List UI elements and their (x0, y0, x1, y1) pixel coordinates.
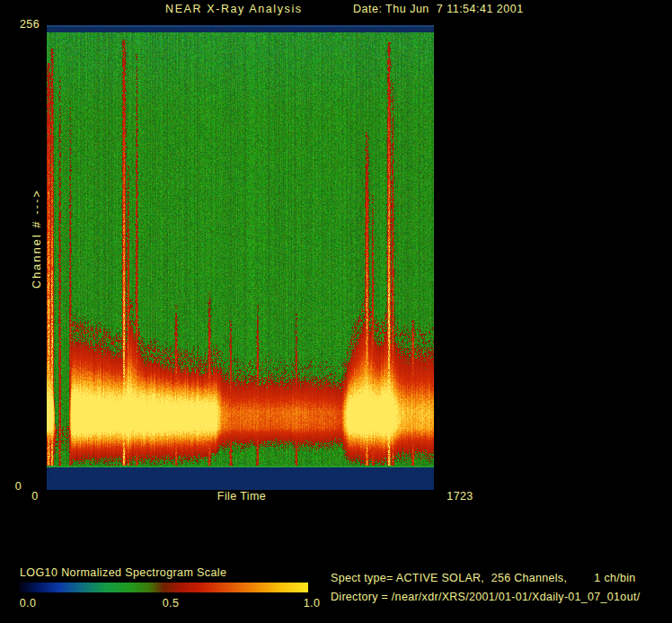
x-axis-title: File Time (215, 491, 269, 503)
y-axis-max-label: 256 (9, 19, 40, 31)
x-axis-min-label: 0 (24, 491, 46, 503)
spect-type-info: Spect type= ACTIVE SOLAR, 256 Channels, … (331, 573, 636, 584)
spectrogram-canvas (47, 25, 434, 490)
colorbar-tick-mid: 0.5 (155, 598, 187, 610)
date-label: Date: Thu Jun 7 11:54:41 2001 (353, 4, 524, 15)
colorbar-gradient (19, 583, 308, 592)
directory-info: Directory = /near/xdr/XRS/2001/01-01/Xda… (331, 592, 640, 603)
colorbar-title: LOG10 Normalized Spectrogram Scale (20, 567, 226, 579)
colorbar-tick-min: 0.0 (12, 598, 44, 610)
y-axis-title: Channel # ---> (31, 167, 43, 311)
page-title: NEAR X-Ray Analysis (165, 4, 303, 15)
colorbar-tick-max: 1.0 (296, 598, 328, 610)
y-axis-min-label: 0 (2, 481, 22, 493)
x-axis-max-label: 1723 (440, 491, 480, 503)
near-xray-analysis-window: NEAR X-Ray Analysis Date: Thu Jun 7 11:5… (0, 0, 672, 623)
